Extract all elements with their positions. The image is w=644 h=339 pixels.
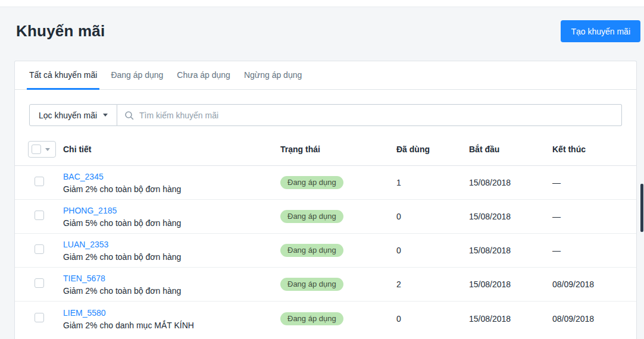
table-row[interactable]: TIEN_5678 Giảm 2% cho toàn bộ đơn hàng Đ… (15, 268, 636, 302)
table-row[interactable]: LUAN_2353 Giảm 2% cho toàn bộ đơn hàng Đ… (15, 234, 636, 268)
tab-stopped[interactable]: Ngừng áp dụng (242, 61, 304, 90)
tab-all-promotions[interactable]: Tất cả khuyến mãi (27, 61, 99, 90)
top-chrome-strip (0, 0, 644, 7)
used-count: 1 (396, 178, 469, 187)
start-date: 15/08/2018 (469, 314, 552, 324)
table-row[interactable]: LIEM_5580 Giảm 2% cho danh mục MẮT KÍNH … (15, 302, 636, 335)
start-date: 15/08/2018 (469, 246, 552, 255)
column-header-end: Kết thúc (552, 145, 622, 154)
column-header-status: Trạng thái (280, 145, 396, 154)
page-header: Khuyến mãi Tạo khuyến mãi (0, 7, 644, 44)
select-all-caret-icon (45, 148, 50, 151)
column-header-used: Đã dùng (396, 145, 469, 154)
start-date: 15/08/2018 (469, 212, 552, 221)
promotion-description: Giảm 5% cho toàn bộ đơn hàng (63, 218, 280, 228)
end-date: 08/09/2018 (552, 280, 622, 289)
tab-active[interactable]: Đang áp dụng (108, 61, 165, 90)
search-input[interactable] (139, 111, 614, 120)
tab-not-applied[interactable]: Chưa áp dụng (174, 61, 233, 90)
column-header-start: Bắt đầu (469, 145, 552, 154)
select-all-combo[interactable] (28, 141, 56, 158)
promotion-code-link[interactable]: BAC_2345 (63, 172, 104, 181)
promotion-description: Giảm 2% cho danh mục MẮT KÍNH (63, 321, 280, 330)
table-row[interactable]: BAC_2345 Giảm 2% cho toàn bộ đơn hàng Đa… (15, 166, 636, 200)
end-date: — (552, 212, 622, 221)
end-date: — (552, 246, 622, 255)
select-all-checkbox[interactable] (32, 145, 41, 154)
start-date: 15/08/2018 (469, 280, 552, 289)
create-promotion-button[interactable]: Tạo khuyến mãi (561, 20, 640, 42)
table-header-row: Chi tiết Trạng thái Đã dùng Bắt đầu Kết … (15, 126, 636, 166)
promotion-code-link[interactable]: LIEM_5580 (63, 308, 106, 318)
end-date: — (552, 178, 622, 187)
used-count: 0 (396, 212, 469, 221)
promotion-code-link[interactable]: PHONG_2185 (63, 206, 117, 215)
end-date: 08/09/2018 (552, 314, 622, 324)
status-badge: Đang áp dụng (280, 210, 343, 223)
table-row[interactable]: PHONG_2185 Giảm 5% cho toàn bộ đơn hàng … (15, 200, 636, 234)
row-checkbox[interactable] (35, 278, 44, 288)
status-badge: Đang áp dụng (280, 244, 343, 257)
start-date: 15/08/2018 (469, 178, 552, 187)
used-count: 0 (396, 246, 469, 255)
search-box[interactable] (117, 104, 622, 126)
promotion-code-link[interactable]: TIEN_5678 (63, 274, 105, 283)
chevron-down-icon (103, 114, 108, 117)
window-scrollbar-thumb[interactable] (640, 184, 643, 232)
column-header-detail: Chi tiết (63, 145, 280, 154)
promotions-card: Tất cả khuyến mãi Đang áp dụng Chưa áp d… (14, 61, 637, 339)
row-checkbox[interactable] (35, 177, 44, 186)
status-badge: Đang áp dụng (280, 176, 343, 189)
page-title: Khuyến mãi (16, 22, 105, 40)
row-checkbox[interactable] (35, 313, 44, 322)
table-body: BAC_2345 Giảm 2% cho toàn bộ đơn hàng Đa… (15, 166, 636, 335)
used-count: 0 (396, 314, 469, 324)
search-icon (124, 111, 134, 120)
filter-promotions-button[interactable]: Lọc khuyến mãi (29, 104, 117, 126)
row-checkbox[interactable] (35, 244, 44, 254)
promotion-description: Giảm 2% cho toàn bộ đơn hàng (63, 184, 280, 194)
promotion-description: Giảm 2% cho toàn bộ đơn hàng (63, 252, 280, 262)
used-count: 2 (396, 280, 469, 289)
promotion-code-link[interactable]: LUAN_2353 (63, 240, 108, 249)
header-checkbox-cell (29, 141, 63, 158)
filter-row: Lọc khuyến mãi (15, 90, 636, 126)
status-badge: Đang áp dụng (280, 278, 343, 291)
promotion-tabs: Tất cả khuyến mãi Đang áp dụng Chưa áp d… (15, 61, 636, 90)
status-badge: Đang áp dụng (280, 312, 343, 325)
row-checkbox[interactable] (35, 211, 44, 220)
filter-button-label: Lọc khuyến mãi (39, 111, 97, 120)
promotion-description: Giảm 2% cho toàn bộ đơn hàng (63, 286, 280, 296)
